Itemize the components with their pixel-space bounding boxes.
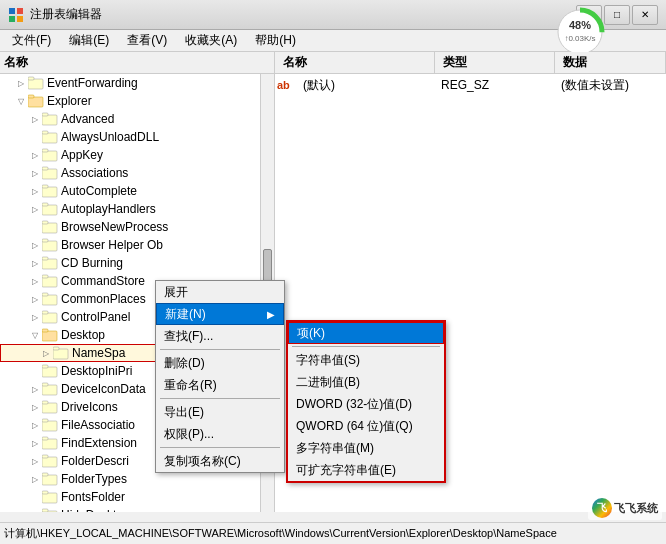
reg-item-type: REG_SZ: [441, 78, 561, 92]
submenu-item-multistring[interactable]: 多字符串值(M): [288, 437, 444, 459]
svg-rect-10: [28, 97, 43, 107]
svg-rect-38: [53, 349, 68, 359]
folder-icon: [42, 508, 58, 512]
expand-icon: ▷: [28, 256, 42, 270]
folder-icon: [42, 184, 58, 198]
expand-icon: ▷: [28, 454, 42, 468]
expand-icon: ▷: [28, 310, 42, 324]
svg-rect-26: [42, 241, 57, 251]
svg-rect-28: [42, 259, 57, 269]
svg-rect-45: [42, 401, 48, 404]
submenu-item-k[interactable]: 项(K): [288, 322, 444, 344]
folder-icon: [42, 148, 58, 162]
ctx-expand[interactable]: 展开: [156, 281, 284, 303]
ctx-delete[interactable]: 删除(D): [156, 352, 284, 374]
folder-icon: [42, 400, 58, 414]
tree-item-advanced[interactable]: ▷ Advanced: [0, 110, 274, 128]
col-header-name: 名称: [275, 52, 435, 73]
status-path: 计算机\HKEY_LOCAL_MACHINE\SOFTWARE\Microsof…: [4, 526, 557, 541]
ctx-permissions-label: 权限(P)...: [164, 426, 214, 443]
tree-item-hidedesktop[interactable]: ▷ HideDesktop: [0, 506, 274, 512]
tree-item-label: FileAssociatio: [61, 418, 135, 432]
close-button[interactable]: ✕: [632, 5, 658, 25]
tree-item-label: Browser Helper Ob: [61, 238, 163, 252]
folder-icon: [42, 490, 58, 504]
svg-rect-15: [42, 131, 48, 134]
ctx-find[interactable]: 查找(F)...: [156, 325, 284, 347]
tree-item-explorer[interactable]: ▽ Explorer: [0, 92, 274, 110]
submenu-item-qword[interactable]: QWORD (64 位)值(Q): [288, 415, 444, 437]
tree-item-associations[interactable]: ▷ Associations: [0, 164, 274, 182]
tree-item-eventforwarding[interactable]: ▷ EventForwarding: [0, 74, 274, 92]
tree-item-browsenewprocess[interactable]: ▷ BrowseNewProcess: [0, 218, 274, 236]
tree-item-label: AlwaysUnloadDLL: [61, 130, 159, 144]
svg-rect-40: [42, 367, 57, 377]
tree-item-label: Advanced: [61, 112, 114, 126]
brand-logo-icon: 飞: [592, 498, 612, 518]
folder-icon: [42, 364, 58, 378]
submenu-item-label: 多字符串值(M): [296, 440, 374, 457]
tree-item-autocomplete[interactable]: ▷ AutoComplete: [0, 182, 274, 200]
svg-rect-21: [42, 185, 48, 188]
ctx-export[interactable]: 导出(E): [156, 401, 284, 423]
tree-item-fontsfolder[interactable]: ▷ FontsFolder: [0, 488, 274, 506]
submenu-item-binary[interactable]: 二进制值(B): [288, 371, 444, 393]
tree-item-alwaysunloaddll[interactable]: ▷ AlwaysUnloadDLL: [0, 128, 274, 146]
svg-rect-55: [42, 491, 48, 494]
svg-rect-42: [42, 385, 57, 395]
ctx-copy[interactable]: 复制项名称(C): [156, 450, 284, 472]
svg-rect-0: [9, 8, 15, 14]
ctx-rename-label: 重命名(R): [164, 377, 217, 394]
menu-help[interactable]: 帮助(H): [247, 30, 304, 51]
svg-rect-31: [42, 275, 48, 278]
expand-icon: ▷: [28, 400, 42, 414]
svg-rect-23: [42, 203, 48, 206]
ctx-rename[interactable]: 重命名(R): [156, 374, 284, 396]
brand-watermark: 飞 飞飞系统: [588, 496, 662, 520]
title-bar-left: 注册表编辑器: [8, 6, 102, 23]
status-bar: 计算机\HKEY_LOCAL_MACHINE\SOFTWARE\Microsof…: [0, 522, 666, 544]
submenu-item-string[interactable]: 字符串值(S): [288, 349, 444, 371]
ctx-permissions[interactable]: 权限(P)...: [156, 423, 284, 445]
svg-rect-17: [42, 149, 48, 152]
col-header-data: 数据: [555, 52, 666, 73]
menu-file[interactable]: 文件(F): [4, 30, 59, 51]
folder-icon: [42, 238, 58, 252]
menu-favorites[interactable]: 收藏夹(A): [177, 30, 245, 51]
svg-rect-39: [53, 347, 59, 350]
maximize-button[interactable]: □: [604, 5, 630, 25]
tree-item-autoplayhandlers[interactable]: ▷ AutoplayHandlers: [0, 200, 274, 218]
svg-rect-25: [42, 221, 48, 224]
menu-edit[interactable]: 编辑(E): [61, 30, 117, 51]
tree-item-appkey[interactable]: ▷ AppKey: [0, 146, 274, 164]
reg-item-name: (默认): [301, 77, 441, 94]
tree-item-browserhelperob[interactable]: ▷ Browser Helper Ob: [0, 236, 274, 254]
folder-icon: [28, 94, 44, 108]
ctx-copy-label: 复制项名称(C): [164, 453, 241, 470]
app-icon: [8, 7, 24, 23]
tree-item-label: AutoComplete: [61, 184, 137, 198]
expand-icon: ▷: [28, 472, 42, 486]
tree-item-cdburning[interactable]: ▷ CD Burning: [0, 254, 274, 272]
expand-icon: ▷: [28, 274, 42, 288]
ctx-new[interactable]: 新建(N) ▶: [156, 303, 284, 325]
svg-rect-9: [28, 77, 34, 80]
menu-view[interactable]: 查看(V): [119, 30, 175, 51]
expand-icon: ▷: [28, 436, 42, 450]
submenu-item-label: 项(K): [297, 325, 325, 342]
tree-item-label: CommonPlaces: [61, 292, 146, 306]
submenu-item-dword[interactable]: DWORD (32-位)值(D): [288, 393, 444, 415]
submenu-item-expandstring[interactable]: 可扩充字符串值(E): [288, 459, 444, 481]
folder-icon: [53, 346, 69, 360]
tree-header: 名称: [0, 52, 274, 74]
folder-icon: [42, 202, 58, 216]
reg-item-default[interactable]: ab (默认) REG_SZ (数值未设置): [277, 76, 664, 94]
submenu-item-label: 二进制值(B): [296, 374, 360, 391]
svg-rect-29: [42, 257, 48, 260]
submenu-separator-1: [292, 346, 440, 347]
svg-rect-24: [42, 223, 57, 233]
svg-rect-30: [42, 277, 57, 287]
tree-item-label: CommandStore: [61, 274, 145, 288]
folder-icon: [42, 472, 58, 486]
tree-item-label: FolderDescri: [61, 454, 129, 468]
